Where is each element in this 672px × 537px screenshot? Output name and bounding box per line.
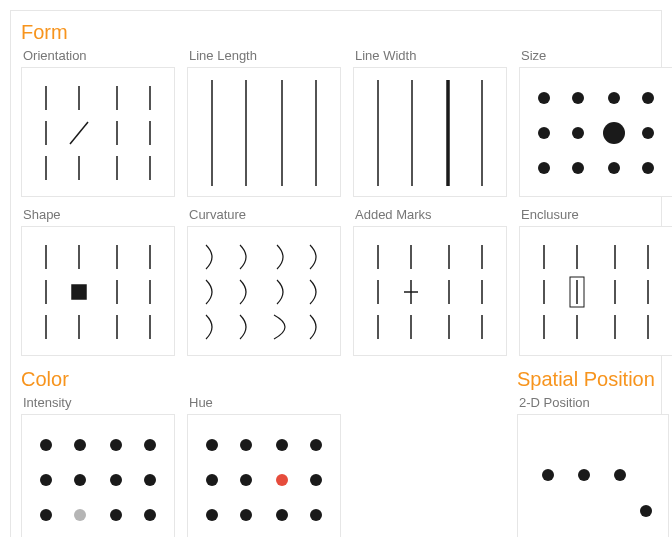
orientation-icon xyxy=(22,68,174,198)
svg-point-86 xyxy=(206,474,218,486)
svg-point-95 xyxy=(578,469,590,481)
svg-point-82 xyxy=(206,439,218,451)
box-line-width xyxy=(353,67,507,197)
svg-point-73 xyxy=(144,439,156,451)
section-title-spatial: Spatial Position xyxy=(517,368,669,391)
label-line-length: Line Length xyxy=(189,48,341,63)
section-title-color: Color xyxy=(21,368,341,391)
spatial-section: Spatial Position 2-D Position xyxy=(517,366,669,537)
svg-point-97 xyxy=(640,505,652,517)
svg-point-20 xyxy=(538,92,550,104)
svg-point-93 xyxy=(310,509,322,521)
box-size xyxy=(519,67,672,197)
svg-point-70 xyxy=(40,439,52,451)
box-hue xyxy=(187,414,341,537)
label-size: Size xyxy=(521,48,672,63)
svg-point-74 xyxy=(40,474,52,486)
svg-point-90 xyxy=(206,509,218,521)
svg-point-26 xyxy=(603,122,625,144)
svg-point-83 xyxy=(240,439,252,451)
form-row-1: Orientation Line Length xyxy=(21,48,651,197)
color-section: Color Intensity H xyxy=(21,366,341,537)
size-icon xyxy=(520,68,672,198)
svg-point-31 xyxy=(642,162,654,174)
box-curvature xyxy=(187,226,341,356)
svg-line-5 xyxy=(70,122,88,144)
svg-point-89 xyxy=(310,474,322,486)
svg-point-71 xyxy=(74,439,86,451)
svg-point-29 xyxy=(572,162,584,174)
cell-enclosure: Enclusure xyxy=(519,207,672,356)
cell-intensity: Intensity xyxy=(21,395,175,537)
bottom-sections: Color Intensity H xyxy=(21,366,651,537)
cell-line-width: Line Width xyxy=(353,48,507,197)
svg-rect-37 xyxy=(72,285,86,299)
svg-point-25 xyxy=(572,127,584,139)
box-line-length xyxy=(187,67,341,197)
cell-shape: Shape xyxy=(21,207,175,356)
svg-point-79 xyxy=(74,509,86,521)
label-orientation: Orientation xyxy=(23,48,175,63)
added-marks-icon xyxy=(354,227,506,357)
svg-point-84 xyxy=(276,439,288,451)
svg-point-85 xyxy=(310,439,322,451)
svg-point-21 xyxy=(572,92,584,104)
intensity-icon xyxy=(22,415,174,537)
enclosure-icon xyxy=(520,227,672,357)
label-line-width: Line Width xyxy=(355,48,507,63)
svg-point-77 xyxy=(144,474,156,486)
cell-line-length: Line Length xyxy=(187,48,341,197)
spacer xyxy=(353,366,505,537)
svg-point-76 xyxy=(110,474,122,486)
svg-point-94 xyxy=(542,469,554,481)
label-enclosure: Enclusure xyxy=(521,207,672,222)
section-title-form: Form xyxy=(21,21,651,44)
box-orientation xyxy=(21,67,175,197)
label-2d-position: 2-D Position xyxy=(519,395,669,410)
svg-point-81 xyxy=(144,509,156,521)
svg-point-96 xyxy=(614,469,626,481)
box-enclosure xyxy=(519,226,672,356)
cell-2d-position: 2-D Position xyxy=(517,395,669,537)
position-icon xyxy=(518,415,670,537)
label-hue: Hue xyxy=(189,395,341,410)
svg-point-27 xyxy=(642,127,654,139)
line-length-icon xyxy=(188,68,340,198)
svg-point-23 xyxy=(642,92,654,104)
svg-point-78 xyxy=(40,509,52,521)
label-curvature: Curvature xyxy=(189,207,341,222)
svg-point-87 xyxy=(240,474,252,486)
cell-curvature: Curvature xyxy=(187,207,341,356)
box-added-marks xyxy=(353,226,507,356)
box-2d-position xyxy=(517,414,669,537)
cell-size: Size xyxy=(519,48,672,197)
svg-point-92 xyxy=(276,509,288,521)
svg-point-75 xyxy=(74,474,86,486)
cell-added-marks: Added Marks xyxy=(353,207,507,356)
svg-point-91 xyxy=(240,509,252,521)
svg-point-80 xyxy=(110,509,122,521)
form-row-2: Shape Curvature xyxy=(21,207,651,356)
svg-point-30 xyxy=(608,162,620,174)
shape-icon xyxy=(22,227,174,357)
svg-point-88 xyxy=(276,474,288,486)
hue-icon xyxy=(188,415,340,537)
svg-point-72 xyxy=(110,439,122,451)
label-shape: Shape xyxy=(23,207,175,222)
svg-point-24 xyxy=(538,127,550,139)
label-added-marks: Added Marks xyxy=(355,207,507,222)
curvature-icon xyxy=(188,227,340,357)
label-intensity: Intensity xyxy=(23,395,175,410)
box-shape xyxy=(21,226,175,356)
line-width-icon xyxy=(354,68,506,198)
box-intensity xyxy=(21,414,175,537)
svg-point-22 xyxy=(608,92,620,104)
svg-point-28 xyxy=(538,162,550,174)
cell-hue: Hue xyxy=(187,395,341,537)
preattentive-attributes-diagram: Form Orientation Line Length xyxy=(10,10,662,537)
cell-orientation: Orientation xyxy=(21,48,175,197)
